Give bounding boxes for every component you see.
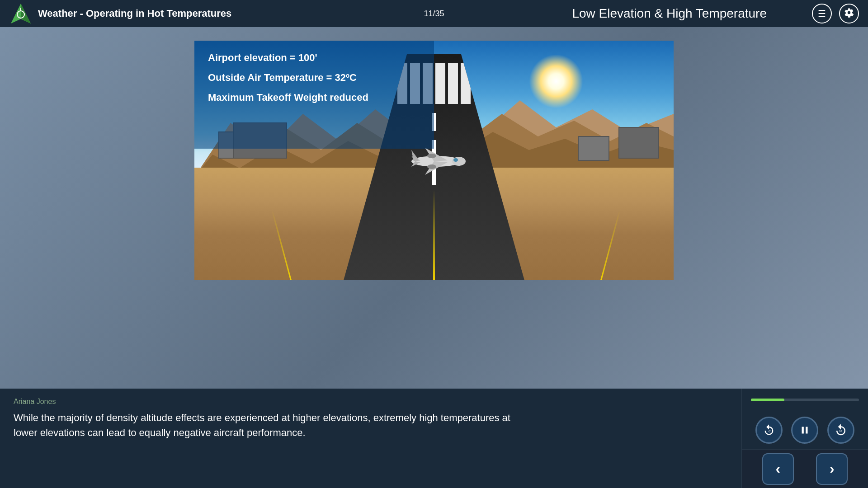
prev-icon: ‹: [775, 460, 780, 477]
app-logo: [9, 2, 33, 25]
progress-track: [751, 399, 859, 401]
pause-button[interactable]: [791, 417, 818, 444]
menu-icon: ☰: [818, 8, 826, 19]
narrator-name: Ariana Jones: [14, 398, 728, 406]
taxi-line-left: [267, 192, 292, 280]
svg-point-14: [427, 154, 436, 158]
header-bar: Weather - Operating in Hot Temperatures …: [0, 0, 868, 27]
prev-button[interactable]: ‹: [762, 453, 794, 485]
playback-controls: ↺ 10: [742, 411, 868, 450]
info-line-3: Maximum Takeoff Weight reduced: [208, 92, 420, 103]
main-content: Airport elevation = 100' Outside Air Tem…: [0, 27, 868, 488]
settings-icon: [844, 8, 854, 20]
settings-button[interactable]: [839, 4, 859, 23]
svg-point-15: [427, 164, 436, 169]
media-container: Airport elevation = 100' Outside Air Tem…: [194, 41, 674, 280]
replay-button[interactable]: ↺: [755, 417, 783, 444]
svg-point-16: [453, 158, 458, 162]
nav-controls: ‹ ›: [742, 450, 868, 488]
course-title: Weather - Operating in Hot Temperatures: [38, 8, 231, 19]
runway-centerline: [433, 190, 435, 280]
svg-point-8: [452, 157, 466, 166]
header-icons: ☰: [812, 4, 859, 23]
progress-fill: [751, 399, 784, 401]
slide-counter: 11/35: [424, 9, 444, 19]
airplane: [407, 143, 461, 179]
info-overlay: Airport elevation = 100' Outside Air Tem…: [194, 41, 434, 149]
next-button[interactable]: ›: [816, 453, 848, 485]
runway-scene: Airport elevation = 100' Outside Air Tem…: [194, 41, 674, 280]
svg-text:10: 10: [839, 429, 842, 432]
page-title: Low Elevation & High Temperature: [572, 6, 767, 21]
progress-bar-row: [742, 389, 868, 411]
svg-marker-1: [21, 4, 31, 23]
next-icon: ›: [830, 460, 835, 477]
controls-area: ↺ 10 ‹: [741, 389, 868, 488]
taxi-line-right: [600, 192, 625, 280]
ground-element: [194, 168, 674, 280]
narration-area: Ariana Jones While the majority of densi…: [0, 389, 741, 488]
menu-button[interactable]: ☰: [812, 4, 832, 23]
info-line-1: Airport elevation = 100': [208, 52, 420, 64]
narration-text: While the majority of density altitude e…: [14, 410, 511, 440]
info-line-2: Outside Air Temperature = 32ºC: [208, 72, 420, 84]
bottom-panel: Ariana Jones While the majority of densi…: [0, 389, 868, 488]
svg-text:↺: ↺: [768, 430, 770, 433]
rewind10-button[interactable]: 10: [827, 417, 854, 444]
logo-area: Weather - Operating in Hot Temperatures: [9, 2, 231, 25]
